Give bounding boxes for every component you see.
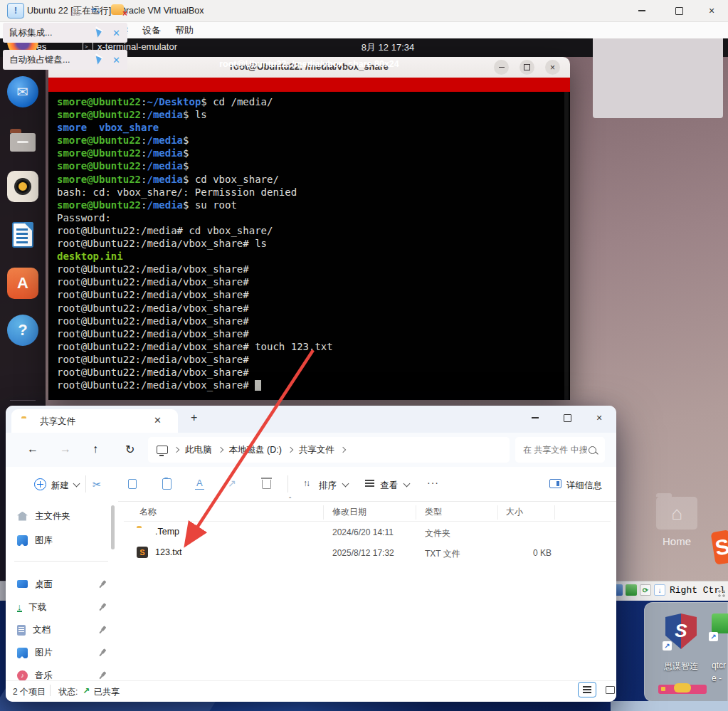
new-item-icon[interactable] (34, 478, 46, 490)
up-button[interactable]: ↑ (93, 443, 98, 455)
list-view-button[interactable] (578, 682, 596, 697)
sidebar-item-documents[interactable]: 文档 (17, 621, 102, 639)
sort-button-label[interactable]: 排序 (319, 480, 337, 492)
search-input[interactable] (522, 444, 589, 455)
breadcrumb-this-pc[interactable]: 此电脑 (185, 444, 212, 456)
notification-mouse-integration[interactable]: 鼠标集成... ✕ (3, 23, 127, 43)
sidebar-scrollbar[interactable] (111, 505, 115, 549)
libreoffice-icon[interactable] (7, 219, 38, 251)
sidebar-label: 文档 (33, 624, 51, 636)
help-icon[interactable]: ? (7, 315, 38, 346)
search-box[interactable] (515, 437, 605, 463)
notification-keyboard-capture[interactable]: 自动独占键盘... ✕ (3, 50, 127, 70)
status-divider (50, 685, 51, 696)
details-pane-icon[interactable] (549, 479, 561, 488)
chevron-right-icon (217, 447, 223, 453)
share-icon[interactable]: ↗ (228, 478, 236, 489)
column-divider[interactable] (554, 505, 555, 520)
refresh-button[interactable]: ↻ (125, 443, 134, 456)
view-button-label[interactable]: 查看 (380, 480, 398, 492)
column-header-date[interactable]: 修改日期 (332, 506, 366, 518)
guest-additions-icon[interactable]: ↓ (654, 584, 665, 596)
shortcut-label[interactable]: 思谋智连 (646, 660, 716, 673)
sidebar-item-downloads[interactable]: ↓ 下载 (17, 598, 102, 616)
dismiss-all-icon[interactable] (111, 4, 124, 15)
sort-arrows-icon[interactable]: ↑↓ (303, 478, 309, 488)
paste-icon[interactable] (162, 478, 172, 490)
screen: Ubuntu 22 [正在运行] - Oracle VM VirtualBox … (0, 0, 728, 711)
terminal-line: smore@Ubuntu22:/media$ (57, 159, 570, 172)
terminal-line: root@Ubuntu22:/media/vbox_share# (57, 353, 570, 366)
terminal-line: root@Ubuntu22:/media/vbox_share# (57, 366, 570, 379)
terminal-output[interactable]: smore@Ubuntu22:~/Desktop$ cd /media/smor… (48, 92, 570, 400)
host-maximize-button[interactable] (663, 0, 695, 21)
terminal-line: desktop.ini (57, 250, 570, 263)
delete-icon[interactable] (262, 480, 271, 489)
details-pane-label[interactable]: 详细信息 (566, 480, 602, 492)
column-header-type[interactable]: 类型 (425, 506, 442, 518)
menu-item-help[interactable]: 帮助 (169, 23, 199, 38)
pointer-disabled-icon[interactable] (96, 28, 103, 37)
toolbar-divider (85, 475, 86, 493)
shared-folders-icon[interactable]: ⟳ (640, 584, 651, 596)
home-folder-label: Home (646, 535, 707, 547)
thunderbird-icon[interactable]: ✉ (7, 76, 38, 107)
sidebar-item-gallery[interactable]: 图库 (17, 531, 102, 549)
terminal-line: root@Ubuntu22:/media/vbox_share# (57, 288, 570, 301)
host-minimize-button[interactable] (626, 0, 658, 21)
new-tab-button[interactable]: + (191, 411, 197, 424)
network-adapter-icon[interactable] (626, 584, 637, 596)
files-icon[interactable] (7, 124, 38, 155)
column-divider[interactable] (416, 505, 416, 520)
status-state-label: 状态: (58, 686, 78, 698)
clock[interactable]: 8月 12 17:34 (331, 41, 445, 54)
sidebar-item-desktop[interactable]: 桌面 (17, 575, 102, 594)
explorer-maximize-button[interactable] (556, 407, 579, 428)
qtcreator-shortcut-icon[interactable] (712, 613, 728, 633)
column-header-name[interactable]: 名称 (139, 506, 157, 518)
new-button-label[interactable]: 新建 (51, 480, 69, 492)
pointer-disabled-icon[interactable] (96, 55, 103, 64)
sort-notifications-icon[interactable]: ≡↓ (91, 4, 101, 15)
cut-icon[interactable]: ✂ (93, 478, 102, 491)
tab-close-icon[interactable]: ✕ (154, 415, 162, 426)
search-icon (589, 446, 596, 454)
breadcrumb-shared-folder[interactable]: 共享文件 (299, 444, 334, 456)
forward-button[interactable]: → (60, 443, 71, 455)
explorer-tab[interactable]: 共享文件 ✕ (11, 409, 178, 433)
grid-view-button[interactable] (601, 682, 616, 697)
explorer-minimize-button[interactable] (524, 407, 547, 428)
ubuntu-software-icon[interactable]: A (7, 268, 38, 299)
host-close-button[interactable]: × (696, 0, 727, 21)
back-button[interactable]: ← (27, 443, 38, 455)
dock-separator (10, 400, 36, 401)
view-icon[interactable] (365, 480, 374, 481)
rhythmbox-icon[interactable] (7, 171, 38, 202)
column-header-size[interactable]: 大小 (506, 506, 523, 518)
menu-item-devices[interactable]: 设备 (137, 23, 167, 38)
maximize-icon (675, 7, 683, 15)
terminal-line: root@Ubuntu22:/media/vbox_share# ls (57, 237, 570, 250)
close-icon[interactable]: ✕ (112, 55, 120, 65)
shortcut-label[interactable]: qtcr (712, 660, 726, 670)
rename-icon[interactable]: A (195, 478, 204, 490)
sidebar-item-home[interactable]: 主文件夹 (17, 507, 102, 525)
column-divider[interactable] (497, 505, 498, 520)
more-options-icon[interactable]: ··· (427, 477, 439, 488)
shortcut-label[interactable]: e - (712, 673, 722, 683)
terminal-scrollbar[interactable] (564, 92, 569, 400)
close-icon[interactable]: ✕ (112, 28, 120, 38)
notification-bubble-icon[interactable]: ! (7, 3, 24, 19)
shortcut-arrow-icon: ↗ (709, 632, 718, 641)
tab-title: 共享文件 (40, 416, 75, 428)
chevron-right-icon (340, 447, 346, 453)
column-divider[interactable] (323, 505, 324, 520)
copy-icon[interactable] (128, 479, 137, 489)
speaker-shape (14, 178, 31, 195)
breadcrumb-drive-d[interactable]: 本地磁盘 (D:) (229, 444, 282, 456)
resize-grip[interactable] (717, 589, 726, 598)
sidebar-item-pictures[interactable]: 图片 (17, 643, 102, 662)
explorer-close-button[interactable]: × (588, 407, 611, 428)
home-folder-icon[interactable]: ⌂ (656, 497, 697, 530)
sidebar-label: 音乐 (35, 670, 53, 682)
